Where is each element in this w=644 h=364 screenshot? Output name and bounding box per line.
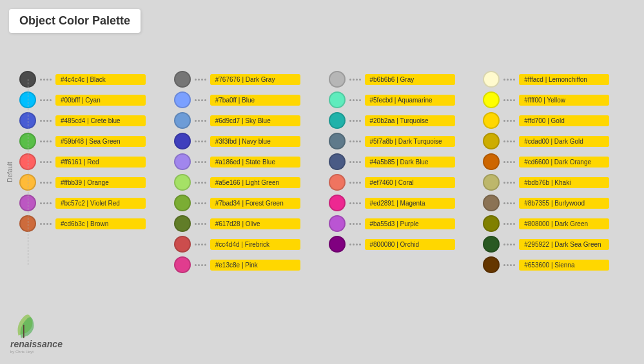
color-label: #8b7355 | Burlywood xyxy=(519,198,609,209)
color-row: #7ba0ff | Blue xyxy=(174,91,329,108)
color-label: #7bad34 | Forest Green xyxy=(210,198,300,209)
connector-dots xyxy=(195,140,206,142)
column-1: #767676 | Dark Gray#7ba0ff | Blue#6d9cd7… xyxy=(174,71,329,273)
dot xyxy=(507,182,509,184)
dot xyxy=(40,182,42,184)
connector-dots xyxy=(503,140,515,142)
dot xyxy=(50,99,52,101)
dot xyxy=(204,99,206,101)
color-label: #59bf48 | Sea Green xyxy=(55,136,146,147)
color-circle xyxy=(483,91,500,108)
color-row: #485cd4 | Crete blue xyxy=(19,112,174,129)
dot xyxy=(201,182,203,184)
color-row: #59bf48 | Sea Green xyxy=(19,133,174,149)
connector-dots xyxy=(503,120,515,122)
connector-dots xyxy=(195,182,206,184)
dot xyxy=(46,99,48,101)
dot xyxy=(507,140,509,142)
dot xyxy=(513,223,515,225)
color-row: #6d9cd7 | Sky Blue xyxy=(174,112,329,129)
color-label: #ffff00 | Yellow xyxy=(519,95,609,106)
connector-dots xyxy=(503,202,515,204)
color-circle xyxy=(483,112,500,129)
dot xyxy=(198,120,200,122)
dot xyxy=(507,223,509,225)
connector-dots xyxy=(503,264,515,266)
color-label: #cd6600 | Dark Orange xyxy=(519,157,609,168)
dot xyxy=(198,79,200,81)
connector-dots xyxy=(40,223,52,225)
dot xyxy=(201,99,203,101)
connector-dots xyxy=(349,223,361,225)
dot xyxy=(510,79,512,81)
dot xyxy=(195,99,197,101)
dot xyxy=(510,182,512,184)
dot xyxy=(201,161,203,163)
dot xyxy=(507,99,509,101)
color-row: #cdad00 | Dark Gold xyxy=(483,133,638,149)
dot xyxy=(507,264,509,266)
dot xyxy=(513,140,515,142)
connector-dots xyxy=(349,140,361,142)
dot xyxy=(46,140,48,142)
dot xyxy=(503,223,505,225)
dot xyxy=(201,79,203,81)
logo-subtitle: by Chris Hoyt xyxy=(10,350,63,354)
color-row: #bdb76b | Khaki xyxy=(483,174,638,191)
dot xyxy=(507,202,509,204)
connector-dots xyxy=(195,244,206,245)
dot xyxy=(349,223,351,225)
dot xyxy=(198,140,200,142)
dot xyxy=(359,99,361,101)
dot xyxy=(50,182,52,184)
column-inner-1: #767676 | Dark Gray#7ba0ff | Blue#6d9cd7… xyxy=(174,71,329,273)
color-circle xyxy=(483,215,500,232)
color-circle xyxy=(329,91,346,108)
dot xyxy=(204,264,206,266)
color-row: #e13c8e | Pink xyxy=(174,256,329,273)
color-circle xyxy=(174,153,191,170)
dot xyxy=(353,99,355,101)
connector-dots xyxy=(40,140,52,142)
column-3: #fffacd | Lemonchiffon#ffff00 | Yellow#f… xyxy=(483,71,638,273)
dot xyxy=(359,120,361,122)
dot xyxy=(510,223,512,225)
color-label: #ff6161 | Red xyxy=(55,157,146,168)
color-row: #ef7460 | Coral xyxy=(329,174,483,191)
connector-dots xyxy=(195,223,206,225)
color-row: #ffff00 | Yellow xyxy=(483,91,638,108)
connector-dots xyxy=(40,120,52,122)
dot xyxy=(46,79,48,81)
color-row: #bc57c2 | Violet Red xyxy=(19,195,174,211)
dot xyxy=(195,161,197,163)
color-circle xyxy=(329,236,346,253)
dot xyxy=(510,161,512,163)
dot xyxy=(198,99,200,101)
connector-dots xyxy=(195,161,206,163)
dot xyxy=(204,120,206,122)
dot xyxy=(50,223,52,225)
color-row: #767676 | Dark Gray xyxy=(174,71,329,88)
connector-dots xyxy=(349,79,361,81)
color-circle xyxy=(483,256,500,273)
dot xyxy=(359,182,361,184)
dot xyxy=(510,244,512,245)
color-row: #617d28 | Olive xyxy=(174,215,329,232)
title-box: Object Color Palette xyxy=(9,9,141,33)
color-row: #5f7a8b | Dark Turquoise xyxy=(329,133,483,149)
dot xyxy=(349,202,351,204)
dot xyxy=(195,244,197,245)
color-circle xyxy=(483,133,500,149)
dot xyxy=(507,120,509,122)
connector-dots xyxy=(503,244,515,245)
dot xyxy=(349,244,351,245)
color-row: #ba55d3 | Purple xyxy=(329,215,483,232)
dot xyxy=(510,99,512,101)
color-circle xyxy=(174,71,191,88)
dot xyxy=(198,182,200,184)
dot xyxy=(201,140,203,142)
dot xyxy=(349,140,351,142)
color-row: #a5e166 | Light Green xyxy=(174,174,329,191)
color-label: #cd6b3c | Brown xyxy=(55,218,146,229)
color-row: #4a5b85 | Dark Blue xyxy=(329,153,483,170)
